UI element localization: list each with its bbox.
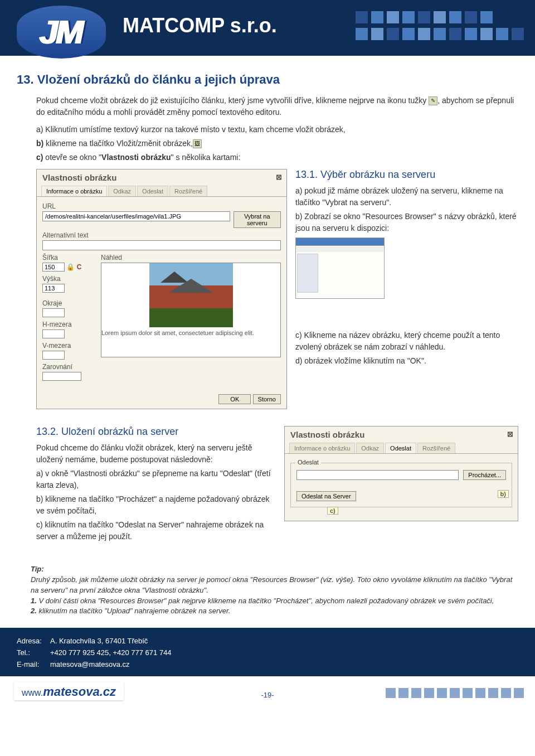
email-value: matesova@matesova.cz [50, 660, 130, 668]
email-label: E-mail: [17, 659, 50, 671]
dialog2-title: Vlastnosti obrázku ⊠ [285, 427, 518, 443]
sec131-d: d) obrázek vložíme kliknutím na "OK". [295, 355, 518, 367]
header-squares [356, 11, 524, 40]
sec132-b: b) klikneme na tlačítko "Procházet" a na… [36, 493, 273, 517]
header-bar: JM MATCOMP s.r.o. [0, 0, 535, 56]
tip-line1: Druhý způsob, jak můžeme uložit obrázky … [31, 575, 518, 596]
logo-text: JM [40, 13, 82, 51]
section-13-1-row: Vlastnosti obrázku ⊠ Informace o obrázku… [17, 169, 518, 409]
dialog2-tabs: Informace o obrázku Odkaz Odeslat Rozšíř… [285, 443, 518, 454]
tip-line3: 2. kliknutím na tlačítko "Upload" nahraj… [31, 606, 518, 617]
tip-label: Tip: [31, 565, 44, 573]
page-number: -19- [261, 691, 274, 699]
url-label: URL [42, 202, 281, 210]
tab2-send[interactable]: Odeslat [385, 443, 416, 453]
footer-brand: www.matesova.cz [14, 682, 124, 700]
browse-button[interactable]: Procházet... [463, 470, 506, 480]
logo-oval: JM [17, 6, 106, 59]
section-13-2-title: 13.2. Uložení obrázků na server [36, 426, 273, 438]
fieldset-legend: Odeslat [295, 459, 321, 466]
preview-box: Lorem ipsum dolor sit amet, consectetuer… [101, 263, 281, 357]
sec131-a: a) pokud již máme obrázek uložený na ser… [295, 185, 518, 209]
height-label: Výška [42, 275, 95, 283]
tip-line2: 1. V dolní části okna "Resources Browser… [31, 596, 518, 607]
callout-b: b) [498, 490, 509, 498]
intro-paragraph: Pokud chceme vložit obrázek do již exist… [36, 95, 518, 118]
tab-advanced[interactable]: Rozšířené [169, 186, 207, 196]
reset-icon[interactable]: C [77, 263, 82, 271]
sec132-a: a) v okně "Vlastnosti obrázku" se přepne… [36, 468, 273, 491]
browse-server-button[interactable]: Vybrat na serveru [234, 211, 281, 228]
lock-icon[interactable]: 🔒 [66, 263, 75, 271]
address-value: A. Kratochvíla 3, 67401 Třebíč [50, 637, 148, 645]
close-icon[interactable]: ⊠ [507, 430, 513, 438]
tel-value: +420 777 925 425, +420 777 671 744 [50, 648, 172, 657]
tel-label: Tel.: [17, 647, 50, 659]
footer-band: Adresa:A. Kratochvíla 3, 67401 Třebíč Te… [0, 628, 535, 676]
section-13-2-row: 13.2. Uložení obrázků na server Pokud ch… [17, 426, 518, 545]
tab-send[interactable]: Odeslat [137, 186, 168, 196]
border-label: Okraje [42, 299, 95, 307]
resources-browser-thumbnail [295, 238, 385, 299]
width-label: Šířka [42, 254, 95, 261]
brand-name: MATCOMP s.r.o. [123, 14, 277, 37]
close-icon[interactable]: ⊠ [276, 173, 282, 181]
image-insert-icon: 🖼 [193, 139, 202, 148]
footer-squares [386, 688, 524, 698]
tab-link[interactable]: Odkaz [108, 186, 136, 196]
width-input[interactable] [42, 263, 65, 272]
url-input[interactable] [42, 211, 230, 221]
sec131-c: c) Klikneme na název obrázku, který chce… [295, 329, 518, 353]
send-to-server-button[interactable]: Odeslat na Server [296, 491, 356, 501]
dialog-tabs: Informace o obrázku Odkaz Odeslat Rozšíř… [37, 186, 286, 197]
dialog-title: Vlastnosti obrázku ⊠ [37, 169, 286, 186]
sec132-c: c) kliknutím na tlačítko "Odeslat na Ser… [36, 519, 273, 542]
section-13-title: 13. Vložení obrázků do článku a jejich ú… [17, 72, 518, 87]
address-label: Adresa: [17, 636, 50, 647]
preview-image [149, 263, 233, 327]
intro-b: b) klikneme na tlačítko Vložit/změnit ob… [36, 138, 518, 149]
height-input[interactable] [42, 284, 65, 293]
vspace-label: V-mezera [42, 342, 95, 350]
preview-label: Náhled [101, 254, 281, 261]
upload-path-input[interactable] [296, 470, 459, 480]
sec132-intro: Pokud chceme do článku vložit obrázek, k… [36, 442, 273, 466]
alt-input[interactable] [42, 240, 281, 250]
hspace-label: H-mezera [42, 321, 95, 328]
tip-section: Tip: Druhý způsob, jak můžeme uložit obr… [31, 564, 518, 617]
callout-c: c) [327, 507, 338, 515]
ok-button[interactable]: OK [218, 394, 251, 404]
lorem-text: Lorem ipsum dolor sit amet, consectetuer… [101, 327, 280, 338]
tab2-advanced[interactable]: Rozšířené [417, 443, 455, 453]
border-input[interactable] [42, 308, 65, 317]
align-label: Zarovnání [42, 363, 95, 371]
tab2-info[interactable]: Informace o obrázku [289, 443, 355, 453]
footer: Adresa:A. Kratochvíla 3, 67401 Třebíč Te… [0, 628, 535, 706]
pencil-icon: ✎ [429, 96, 437, 105]
content: 13. Vložení obrázků do článku a jejich ú… [0, 56, 535, 550]
intro-c: c) otevře se okno "Vlastnosti obrázku" s… [36, 152, 518, 163]
hspace-input[interactable] [42, 329, 65, 338]
alt-label: Alternativní text [42, 231, 281, 239]
section-13-1-text: 13.1. Výběr obrázku na serveru a) pokud … [295, 169, 518, 409]
align-input[interactable] [42, 372, 81, 381]
tab2-link[interactable]: Odkaz [356, 443, 384, 453]
image-properties-dialog-2: Vlastnosti obrázku ⊠ Informace o obrázku… [284, 426, 518, 521]
vspace-input[interactable] [42, 351, 65, 360]
intro-a: a) Kliknutím umístíme textový kurzor na … [36, 124, 518, 135]
tab-info[interactable]: Informace o obrázku [41, 186, 107, 196]
section-13-1-title: 13.1. Výběr obrázku na serveru [295, 169, 518, 181]
cancel-button[interactable]: Storno [253, 394, 281, 404]
image-properties-dialog: Vlastnosti obrázku ⊠ Informace o obrázku… [36, 169, 287, 409]
sec131-b: b) Zobrazí se okno "Resources Browser" s… [295, 211, 518, 234]
